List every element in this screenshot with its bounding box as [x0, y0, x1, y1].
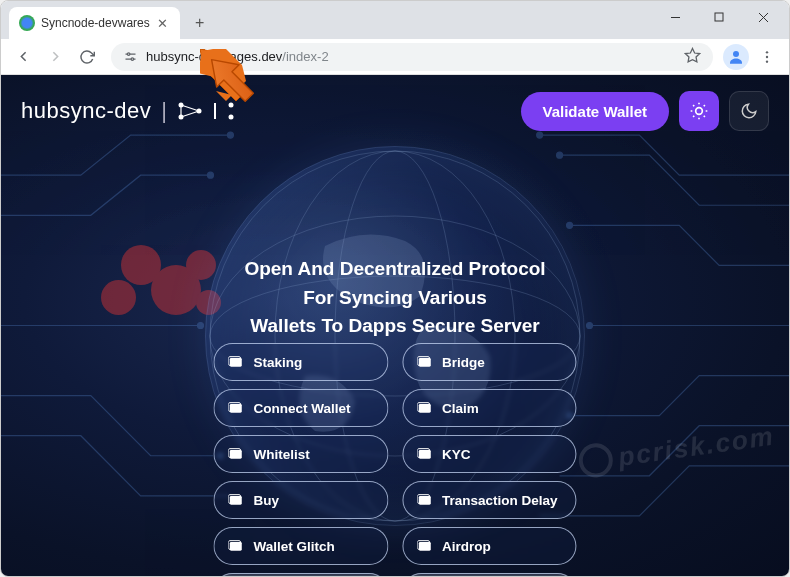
new-tab-button[interactable]: +: [186, 9, 214, 37]
svg-rect-1: [715, 13, 723, 21]
sun-icon: [689, 101, 709, 121]
logo-dots-icon: [177, 99, 237, 123]
svg-point-12: [766, 60, 768, 62]
tab-title: Syncnode-devwares: [41, 16, 150, 30]
header-actions: Validate Wallet: [521, 91, 769, 131]
pill-whitelist[interactable]: Whitelist: [213, 435, 388, 473]
svg-point-13: [537, 132, 543, 138]
menu-button[interactable]: [753, 43, 781, 71]
wallet-icon: [417, 401, 433, 415]
bookmark-star-icon[interactable]: [684, 47, 701, 67]
svg-point-18: [227, 132, 233, 138]
address-bar[interactable]: hubsync-dev.pages.dev/index-2: [111, 43, 713, 71]
site-settings-icon[interactable]: [123, 49, 138, 64]
close-icon[interactable]: ✕: [156, 16, 170, 30]
svg-line-31: [181, 105, 199, 111]
wallet-icon: [228, 539, 244, 553]
svg-point-7: [131, 58, 134, 61]
tab-favicon-icon: [19, 15, 35, 31]
svg-line-32: [181, 111, 199, 117]
tab-bar: Syncnode-devwares ✕ +: [1, 1, 789, 39]
svg-marker-8: [685, 48, 699, 61]
pill-nft[interactable]: NFT: [213, 573, 388, 576]
forward-button[interactable]: [41, 43, 69, 71]
site-header: hubsync-dev | Validate Wallet: [1, 91, 789, 131]
window-controls: [653, 1, 785, 33]
dark-theme-button[interactable]: [729, 91, 769, 131]
validate-wallet-button[interactable]: Validate Wallet: [521, 92, 669, 131]
pill-rectification[interactable]: Rectification: [402, 573, 577, 576]
minimize-button[interactable]: [653, 1, 697, 33]
wallet-icon: [228, 401, 244, 415]
pill-wallet-glitch[interactable]: Wallet Glitch: [213, 527, 388, 565]
pill-connect-wallet[interactable]: Connect Wallet: [213, 389, 388, 427]
svg-line-40: [704, 116, 705, 117]
logo-text: hubsync-dev: [21, 98, 151, 124]
pill-claim[interactable]: Claim: [402, 389, 577, 427]
profile-avatar[interactable]: [723, 44, 749, 70]
wallet-icon: [228, 493, 244, 507]
pill-kyc[interactable]: KYC: [402, 435, 577, 473]
browser-tab[interactable]: Syncnode-devwares ✕: [9, 7, 180, 39]
svg-point-36: [696, 108, 703, 115]
wallet-icon: [228, 447, 244, 461]
svg-point-6: [127, 53, 130, 56]
pill-transaction-delay[interactable]: Transaction Delay: [402, 481, 577, 519]
browser-toolbar: hubsync-dev.pages.dev/index-2: [1, 39, 789, 75]
wallet-icon: [417, 539, 433, 553]
page-content: pcrisk.com hubsync-dev |: [1, 75, 789, 576]
svg-point-34: [229, 103, 234, 108]
svg-line-39: [693, 105, 694, 106]
light-theme-button[interactable]: [679, 91, 719, 131]
moon-icon: [740, 102, 758, 120]
wallet-icon: [417, 493, 433, 507]
back-button[interactable]: [9, 43, 37, 71]
browser-window: Syncnode-devwares ✕ +: [0, 0, 790, 577]
action-pills-grid: Staking Bridge Connect Wallet Claim Whit…: [213, 343, 576, 576]
site-logo[interactable]: hubsync-dev |: [21, 98, 237, 124]
svg-point-9: [733, 51, 739, 57]
maximize-button[interactable]: [697, 1, 741, 33]
hero-heading: Open And Decentralized Protocol For Sync…: [95, 255, 695, 341]
pill-bridge[interactable]: Bridge: [402, 343, 577, 381]
svg-line-43: [693, 116, 694, 117]
pill-staking[interactable]: Staking: [213, 343, 388, 381]
url-text: hubsync-dev.pages.dev/index-2: [146, 49, 329, 64]
svg-point-35: [229, 115, 234, 120]
wallet-icon: [417, 355, 433, 369]
pill-airdrop[interactable]: Airdrop: [402, 527, 577, 565]
pill-buy[interactable]: Buy: [213, 481, 388, 519]
wallet-icon: [228, 355, 244, 369]
reload-button[interactable]: [73, 43, 101, 71]
close-window-button[interactable]: [741, 1, 785, 33]
svg-point-10: [766, 51, 768, 53]
wallet-icon: [417, 447, 433, 461]
svg-line-44: [704, 105, 705, 106]
svg-point-11: [766, 55, 768, 57]
